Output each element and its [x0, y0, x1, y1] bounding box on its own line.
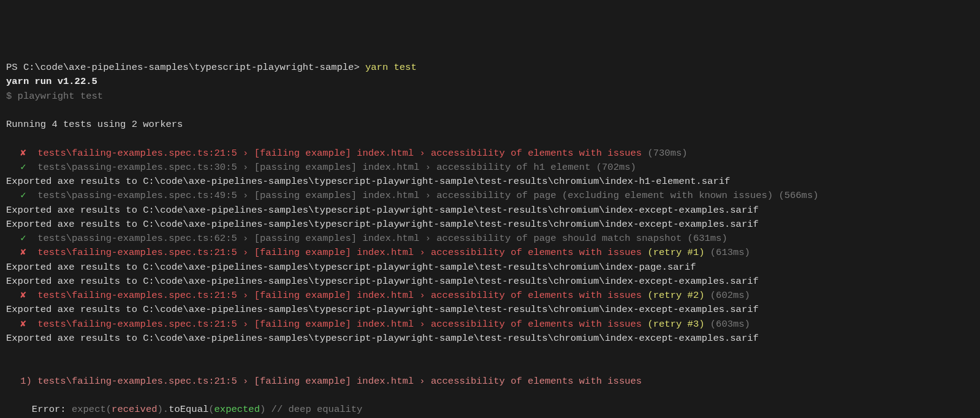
check-icon: ✓	[20, 190, 26, 201]
x-icon: ✘	[20, 247, 26, 258]
export-line: Exported axe results to C:\code\axe-pipe…	[6, 303, 974, 317]
terminal-output: PS C:\code\axe-pipelines-samples\typescr…	[6, 61, 974, 418]
prompt-line: PS C:\code\axe-pipelines-samples\typescr…	[6, 61, 974, 75]
test-fail-line: ✘ tests\failing-examples.spec.ts:21:5 › …	[6, 317, 974, 332]
export-line: Exported axe results to C:\code\axe-pipe…	[6, 203, 974, 218]
sub-command-line: $ playwright test	[6, 89, 974, 104]
yarn-version-line: yarn run v1.22.5	[6, 75, 974, 89]
x-icon: ✘	[20, 319, 26, 330]
export-line: Exported axe results to C:\code\axe-pipe…	[6, 175, 974, 189]
x-icon: ✘	[20, 290, 26, 301]
check-icon: ✓	[20, 162, 26, 173]
test-pass-line: ✓ tests\passing-examples.spec.ts:49:5 › …	[6, 189, 974, 203]
export-line: Exported axe results to C:\code\axe-pipe…	[6, 332, 974, 346]
error-expect-line: Error: expect(received).toEqual(expected…	[6, 403, 974, 417]
error-header: 1) tests\failing-examples.spec.ts:21:5 ›…	[6, 374, 974, 389]
test-fail-line: ✘ tests\failing-examples.spec.ts:21:5 › …	[6, 146, 974, 161]
export-line: Exported axe results to C:\code\axe-pipe…	[6, 218, 974, 232]
running-summary: Running 4 tests using 2 workers	[6, 118, 974, 132]
export-line: Exported axe results to C:\code\axe-pipe…	[6, 260, 974, 275]
test-fail-line: ✘ tests\failing-examples.spec.ts:21:5 › …	[6, 246, 974, 260]
test-fail-line: ✘ tests\failing-examples.spec.ts:21:5 › …	[6, 289, 974, 303]
test-pass-line: ✓ tests\passing-examples.spec.ts:62:5 › …	[6, 232, 974, 246]
test-pass-line: ✓ tests\passing-examples.spec.ts:30:5 › …	[6, 161, 974, 175]
x-icon: ✘	[20, 148, 26, 159]
export-line: Exported axe results to C:\code\axe-pipe…	[6, 275, 974, 289]
check-icon: ✓	[20, 233, 26, 244]
